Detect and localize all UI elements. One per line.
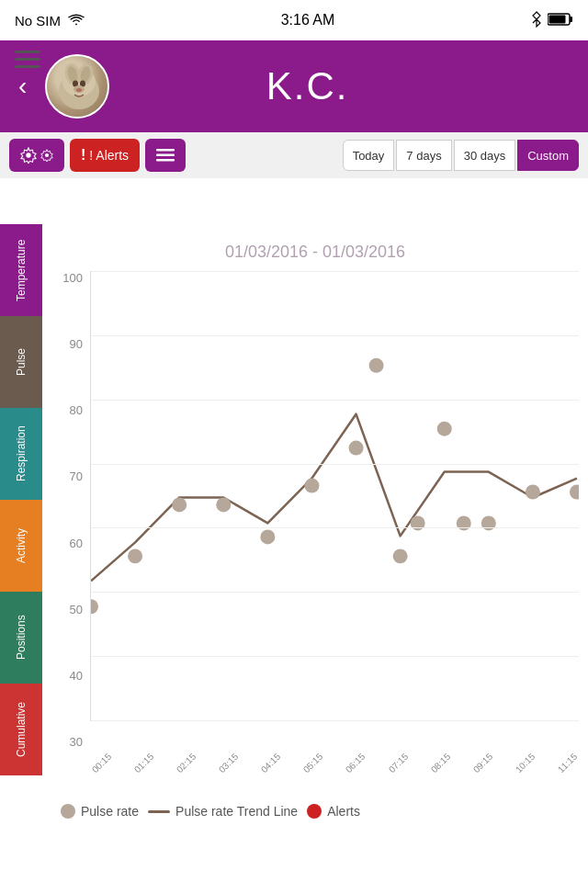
trend-line [91, 414, 577, 582]
filter-custom[interactable]: Custom [517, 140, 579, 171]
dot-5 [304, 479, 319, 493]
tab-activity[interactable]: Activity [0, 500, 42, 592]
status-time: 3:16 AM [281, 12, 335, 28]
svg-rect-2 [549, 15, 566, 23]
tab-temperature[interactable]: Temperature [0, 224, 42, 316]
legend-pulse-label: Pulse rate [81, 804, 139, 819]
dot-4 [260, 529, 275, 544]
x-label-5: 05:15 [301, 751, 324, 774]
y-label-100: 100 [62, 271, 83, 285]
svg-rect-17 [156, 159, 175, 162]
toolbar: ! ! Alerts Today 7 days 30 days Custom [0, 132, 588, 178]
x-label-11: 11:15 [556, 751, 579, 774]
tab-positions[interactable]: Positions [0, 592, 42, 684]
legend-pulse-dot [61, 804, 75, 819]
side-tabs: Temperature Pulse Respiration Activity P… [0, 224, 42, 775]
x-label-10: 10:15 [514, 751, 537, 774]
hamburger-menu[interactable] [15, 51, 40, 68]
exclamation-icon: ! [81, 147, 85, 164]
wifi-icon [68, 13, 85, 28]
avatar-image [47, 56, 107, 117]
y-label-30: 30 [70, 735, 83, 749]
dot-6 [349, 441, 364, 456]
chart-container: 100 90 80 70 60 50 40 30 [51, 271, 579, 749]
x-label-7: 07:15 [386, 751, 409, 774]
filter-today[interactable]: Today [343, 140, 395, 171]
tab-pulse[interactable]: Pulse [0, 316, 42, 408]
x-label-8: 08:15 [428, 751, 451, 774]
status-right [531, 11, 573, 30]
legend-alerts-dot [307, 804, 322, 819]
svg-point-12 [76, 88, 82, 92]
legend-trend-label: Pulse rate Trend Line [175, 804, 298, 819]
dot-1 [128, 548, 142, 563]
dot-11 [570, 485, 579, 500]
tab-respiration[interactable]: Respiration [0, 408, 42, 500]
dot-2 [172, 497, 187, 512]
filter-7days[interactable]: 7 days [396, 140, 451, 171]
chart-area: 01/03/2016 - 01/03/2016 100 90 80 70 60 … [42, 224, 588, 882]
x-label-9: 09:15 [470, 751, 493, 774]
y-label-70: 70 [70, 469, 83, 483]
list-button[interactable] [145, 139, 186, 172]
settings-button[interactable] [9, 139, 64, 172]
legend-alerts: Alerts [307, 804, 360, 819]
carrier-label: No SIM [15, 13, 61, 28]
x-label-0: 00:15 [90, 751, 113, 774]
y-label-80: 80 [70, 403, 83, 417]
dot-8 [437, 422, 452, 436]
chart-svg [91, 271, 579, 720]
x-label-1: 01:15 [132, 751, 155, 774]
filter-30days[interactable]: 30 days [454, 140, 516, 171]
x-axis: 00:15 01:15 02:15 03:15 04:15 05:15 06:1… [90, 749, 579, 776]
avatar [45, 54, 109, 119]
time-filter: Today 7 days 30 days Custom [343, 140, 579, 171]
chart-inner [90, 271, 579, 721]
dot-7 [393, 548, 408, 563]
chart-title: 01/03/2016 - 01/03/2016 [51, 243, 579, 262]
legend-alerts-label: Alerts [327, 804, 360, 819]
legend: Pulse rate Pulse rate Trend Line Alerts [51, 795, 579, 828]
status-left: No SIM [15, 13, 85, 28]
legend-trend-line-swatch [148, 810, 170, 813]
svg-rect-1 [570, 17, 572, 22]
svg-rect-16 [156, 154, 175, 157]
y-label-40: 40 [70, 669, 83, 683]
svg-point-13 [26, 153, 30, 157]
legend-pulse-rate: Pulse rate [61, 804, 139, 819]
alerts-label: ! Alerts [89, 148, 129, 163]
back-button[interactable]: ‹ [18, 72, 27, 101]
x-label-2: 02:15 [175, 751, 198, 774]
bluetooth-icon [531, 11, 542, 30]
battery-icon [548, 13, 573, 28]
status-bar: No SIM 3:16 AM [0, 0, 588, 40]
x-label-3: 03:15 [217, 751, 240, 774]
header: ‹ K.C. [0, 40, 588, 132]
x-label-4: 04:15 [259, 751, 282, 774]
dot-0 [91, 599, 98, 614]
dot-3 [216, 497, 231, 512]
y-label-60: 60 [70, 537, 83, 550]
x-label-6: 06:15 [344, 751, 367, 774]
dot-10 [526, 485, 540, 500]
dot-6b [369, 358, 384, 373]
alerts-button[interactable]: ! ! Alerts [70, 139, 140, 172]
tab-cumulative[interactable]: Cumulative [0, 684, 42, 775]
svg-point-14 [45, 153, 49, 157]
y-label-50: 50 [70, 603, 83, 616]
legend-trend-line: Pulse rate Trend Line [148, 804, 298, 819]
pet-name: K.C. [128, 64, 570, 108]
y-axis: 100 90 80 70 60 50 40 30 [51, 271, 88, 749]
svg-rect-15 [156, 149, 175, 152]
y-label-90: 90 [70, 337, 83, 351]
